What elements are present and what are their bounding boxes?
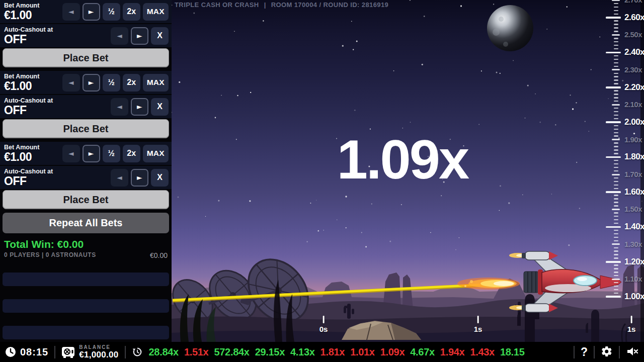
history-multiplier: 1.01x (350, 346, 375, 358)
bet-amount-text: Bet Amount €1.00 (4, 2, 39, 21)
bet-amount-buttons: ◄ ► ½ 2x MAX (62, 74, 169, 92)
cashout-increase-button[interactable]: ► (131, 169, 148, 187)
bet-half-button[interactable]: ½ (103, 145, 120, 162)
history-multiplier: 1.43x (470, 346, 495, 358)
divider (619, 346, 620, 358)
bet-amount-text: Bet Amount €1.00 (4, 73, 39, 92)
total-win-label: Total Win: €0.00 (4, 238, 168, 250)
bet-half-button[interactable]: ½ (103, 3, 120, 21)
cashout-decrease-button[interactable]: ◄ (111, 98, 128, 116)
auto-cashout-value: OFF (4, 175, 53, 187)
place-bet-button[interactable]: Place Bet (3, 190, 169, 209)
right-arrow-icon: ► (89, 79, 94, 86)
bet-decrease-button[interactable]: ◄ (62, 74, 80, 92)
player-list-row (3, 326, 169, 339)
bet-increase-button[interactable]: ► (83, 74, 100, 92)
bet-amount-label: Bet Amount (4, 2, 39, 9)
auto-cashout-row: Auto-Cashout at OFF ◄ ► X (0, 166, 172, 189)
right-arrow-icon: ► (89, 150, 94, 157)
game-area: TRIPLE CASH OR CRASH | ROOM 170004 / ROU… (172, 0, 644, 342)
history-multiplier: 18.15 (500, 346, 525, 358)
bet-panel: Bet Amount €1.00 ◄ ► ½ 2x MAX Auto-Casho… (0, 142, 172, 209)
right-arrow-icon: ► (89, 8, 94, 15)
mute-button[interactable] (626, 346, 639, 358)
bet-half-button[interactable]: ½ (103, 74, 120, 92)
bet-amount-text: Bet Amount €1.00 (4, 144, 39, 163)
bet-sidebar: Bet Amount €1.00 ◄ ► ½ 2x MAX Auto-Casho… (0, 0, 172, 342)
settings-button[interactable] (601, 345, 613, 359)
stars (172, 0, 642, 250)
bet-double-button[interactable]: 2x (123, 3, 140, 21)
rocket-flame (457, 278, 520, 290)
bet-increase-button[interactable]: ► (83, 3, 100, 21)
history-multiplier: 572.84x (214, 346, 249, 358)
bet-decrease-button[interactable]: ◄ (62, 3, 80, 21)
bet-amount-value: €1.00 (4, 80, 39, 92)
balance-block: BALANCE €1,000.00 (79, 344, 118, 359)
repeat-all-bets-button[interactable]: Repeat All Bets (3, 213, 169, 233)
auto-cashout-buttons: ◄ ► X (111, 27, 169, 45)
history-icon[interactable] (132, 346, 143, 357)
bet-increase-button[interactable]: ► (83, 145, 100, 162)
history-multiplier: 1.51x (184, 346, 209, 358)
bet-double-button[interactable]: 2x (123, 74, 140, 92)
auto-cashout-row: Auto-Cashout at OFF ◄ ► X (0, 24, 172, 47)
auto-cashout-row: Auto-Cashout at OFF ◄ ► X (0, 95, 172, 118)
bet-max-button[interactable]: MAX (143, 145, 169, 162)
bet-amount-row: Bet Amount €1.00 ◄ ► ½ 2x MAX (0, 0, 172, 23)
history-multiplier: 1.09x (380, 346, 405, 358)
bet-panel: Bet Amount €1.00 ◄ ► ½ 2x MAX Auto-Casho… (0, 0, 172, 67)
left-arrow-icon: ◄ (117, 32, 122, 39)
right-arrow-icon: ► (137, 32, 142, 39)
game-title: TRIPLE CASH OR CRASH (175, 1, 259, 9)
auto-cashout-value: OFF (4, 33, 53, 45)
history-multiplier: 29.15x (255, 346, 285, 358)
history-multiplier: 28.84x (149, 346, 179, 358)
gear-icon (601, 345, 613, 359)
bet-panels: Bet Amount €1.00 ◄ ► ½ 2x MAX Auto-Casho… (0, 0, 172, 209)
players-row: 0 PLAYERS | 0 ASTRONAUTS €0.00 (4, 251, 168, 259)
bet-max-button[interactable]: MAX (143, 3, 169, 21)
balance-value: €1,000.00 (79, 350, 118, 359)
divider (594, 346, 595, 358)
auto-cashout-value: OFF (4, 104, 53, 116)
status-bar: 08:15 BALANCE €1,000.00 28.84x1.51x572.8… (0, 342, 644, 362)
auto-cashout-text: Auto-Cashout at OFF (4, 26, 53, 45)
multiplier-history: 28.84x1.51x572.84x29.15x4.13x1.81x1.01x1… (149, 346, 525, 358)
auto-cashout-buttons: ◄ ► X (111, 169, 169, 187)
bet-amount-buttons: ◄ ► ½ 2x MAX (62, 3, 169, 21)
left-arrow-icon: ◄ (68, 79, 74, 86)
bet-decrease-button[interactable]: ◄ (62, 145, 80, 162)
auto-cashout-text: Auto-Cashout at OFF (4, 97, 53, 116)
right-edge-strip (640, 0, 644, 342)
help-button[interactable]: ? (581, 345, 588, 359)
cashout-clear-button[interactable]: X (151, 27, 169, 45)
bet-double-button[interactable]: 2x (123, 145, 140, 162)
cashout-increase-button[interactable]: ► (131, 27, 148, 45)
left-arrow-icon: ◄ (117, 103, 122, 110)
game-header: TRIPLE CASH OR CRASH | ROOM 170004 / ROU… (175, 1, 388, 9)
bet-amount-row: Bet Amount €1.00 ◄ ► ½ 2x MAX (0, 142, 172, 165)
moon (487, 5, 533, 51)
vault-icon (61, 346, 75, 358)
cashout-decrease-button[interactable]: ◄ (111, 27, 128, 45)
auto-cashout-label: Auto-Cashout at (4, 26, 53, 33)
cashout-decrease-button[interactable]: ◄ (111, 169, 128, 187)
place-bet-button[interactable]: Place Bet (3, 48, 169, 67)
right-arrow-icon: ► (137, 174, 142, 181)
cashout-clear-button[interactable]: X (151, 98, 169, 116)
cashout-increase-button[interactable]: ► (131, 98, 148, 116)
side-total-value: €0.00 (150, 251, 168, 259)
bet-amount-buttons: ◄ ► ½ 2x MAX (62, 145, 169, 162)
header-separator: | (264, 1, 266, 9)
history-multiplier: 4.67x (410, 346, 435, 358)
cashout-clear-button[interactable]: X (151, 169, 169, 187)
divider (125, 346, 126, 358)
history-multiplier: 1.94x (440, 346, 465, 358)
sound-muted-icon (626, 346, 639, 358)
place-bet-button[interactable]: Place Bet (3, 119, 169, 138)
divider (54, 346, 55, 358)
bet-max-button[interactable]: MAX (143, 74, 169, 92)
balance-label: BALANCE (79, 344, 118, 350)
bet-amount-value: €1.00 (4, 9, 39, 21)
